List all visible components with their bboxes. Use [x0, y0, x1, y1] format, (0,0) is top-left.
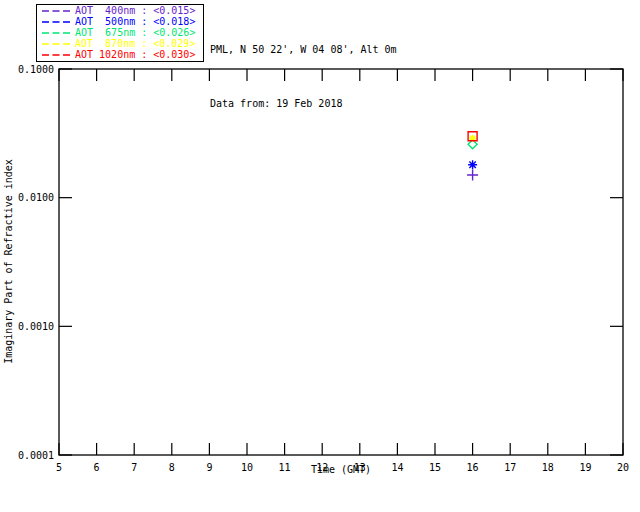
- x-tick-label: 19: [579, 462, 591, 473]
- x-tick-label: 15: [429, 462, 441, 473]
- plot-area: 5678910111213141516171819200.10000.01000…: [0, 0, 640, 512]
- data-marker-400nm: [467, 170, 478, 181]
- x-tick-label: 6: [94, 462, 100, 473]
- x-tick-label: 8: [169, 462, 175, 473]
- x-axis-title: Time (GMT): [281, 464, 401, 475]
- x-tick-label: 16: [467, 462, 479, 473]
- plot-frame: [59, 69, 623, 455]
- y-tick-label: 0.0010: [18, 321, 54, 332]
- aeronet-refractive-index-plot: AOT 400nm : <0.015>AOT 500nm : <0.018>AO…: [0, 0, 640, 512]
- x-tick-label: 5: [56, 462, 62, 473]
- data-marker-500nm: [468, 160, 477, 169]
- x-tick-label: 18: [542, 462, 554, 473]
- x-tick-label: 7: [131, 462, 137, 473]
- x-tick-label: 17: [504, 462, 516, 473]
- x-tick-label: 10: [241, 462, 253, 473]
- y-axis-title: Imaginary Part of Refractive index: [3, 139, 16, 385]
- x-tick-label: 9: [206, 462, 212, 473]
- y-tick-label: 0.1000: [18, 64, 54, 75]
- y-tick-label: 0.0100: [18, 192, 54, 203]
- y-tick-label: 0.0001: [18, 450, 54, 461]
- x-tick-label: 20: [617, 462, 629, 473]
